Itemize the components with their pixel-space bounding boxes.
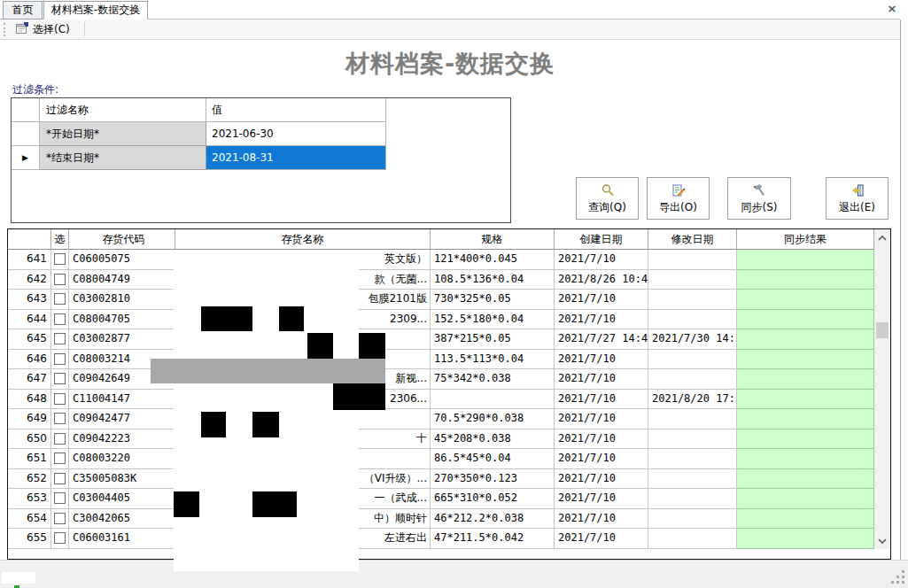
vertical-scrollbar[interactable] [874,229,890,549]
scrollbar-thumb[interactable] [876,322,889,338]
inventory-code-cell: C08004705 [69,310,175,330]
table-row: 649C0904247770.5*290*0.0382021/7/10 [8,409,874,429]
modified-date-cell [648,310,737,330]
created-date-cell: 2021/7/10 [555,250,648,270]
header-spec[interactable]: 规格 [431,229,555,250]
sync-button[interactable]: 同步(S) [727,177,791,220]
filter-header-name: 过滤名称 [40,98,206,122]
inventory-code-cell: C08003220 [69,449,175,469]
query-button-label: 查询(Q) [588,201,626,213]
table-row: 647C09042649新视...75*342*0.0382021/7/10 [8,369,874,390]
row-selector-cell[interactable]: 646 [8,350,51,370]
tab-material-data-exchange[interactable]: 材料档案-数据交换 [43,1,148,19]
row-checkbox[interactable] [54,433,66,445]
exit-button[interactable]: 退出(E) [826,177,889,220]
filter-row-start-date: *开始日期* 2021-06-30 [12,122,510,146]
header-sync-result[interactable]: 同步结果 [737,229,874,250]
query-button[interactable]: 查询(Q) [576,177,639,220]
row-checkbox[interactable] [54,373,66,384]
modified-date-cell [648,350,737,370]
row-selector-cell[interactable]: 652 [8,469,51,490]
spec-cell: 47*211.5*0.042 [431,529,555,549]
row-checkbox[interactable] [54,473,66,484]
spec-cell: 108.5*136*0.04 [431,270,555,290]
search-icon [601,183,615,200]
row-selector-cell[interactable]: 654 [8,509,51,530]
row-selector-cell[interactable]: 648 [8,390,51,410]
row-selector-cell[interactable]: 650 [8,429,51,450]
table-row: 653C03004405一（武成...665*310*0.0522021/7/1… [8,489,874,509]
row-selector-cell[interactable]: 644 [8,310,51,330]
resize-grip-icon[interactable] [891,570,906,588]
row-checkbox[interactable] [54,333,66,344]
table-body: 641C06005075英文版）121*400*0.0452021/7/1064… [8,250,874,549]
table-row: 652C35005083K（VI升级）...270*350*0.1232021/… [8,469,874,490]
row-checkbox[interactable] [54,393,66,405]
scroll-up-icon[interactable] [875,232,889,244]
row-checkbox[interactable] [54,413,66,424]
row-checkbox[interactable] [54,453,66,464]
row-selector-cell[interactable]: 642 [8,270,51,290]
redaction-box-black [201,306,252,331]
row-checkbox[interactable] [54,253,66,265]
row-checkbox[interactable] [54,513,66,524]
select-button-label: 选择(C) [33,22,70,37]
redaction-box-gray [151,359,385,383]
redaction-box-black [174,491,199,517]
header-created-date[interactable]: 创建日期 [555,229,648,250]
checkbox-cell [51,509,69,530]
modified-date-cell [648,250,737,270]
tab-home[interactable]: 首页 [3,1,43,19]
row-selector-cell[interactable]: 645 [8,329,51,350]
row-selector-cell[interactable]: 649 [8,409,51,429]
row-selector-cell[interactable]: 655 [8,529,51,549]
spec-cell: 113.5*113*0.04 [431,350,555,370]
row-checkbox[interactable] [54,532,66,544]
created-date-cell: 2021/7/10 [555,310,648,330]
filter-name-cell: *开始日期* [40,122,206,146]
close-icon[interactable]: × [885,2,899,16]
sync-result-cell [737,250,874,270]
sync-result-cell [737,350,874,370]
sync-result-cell [737,429,874,450]
start-date-value-cell[interactable]: 2021-06-30 [206,122,386,146]
row-checkbox[interactable] [54,492,66,504]
table-header-row: 选 存货代码 存货名称 规格 创建日期 修改日期 同步结果 [8,229,890,250]
row-selector-cell[interactable]: 653 [8,489,51,509]
checkbox-cell [51,329,69,350]
header-modified-date[interactable]: 修改日期 [648,229,737,250]
checkbox-cell [51,250,69,270]
row-checkbox[interactable] [54,293,66,305]
checkbox-cell [51,449,69,469]
row-checkbox[interactable] [54,274,66,285]
select-button[interactable]: 选择(C) [10,20,75,38]
inventory-code-cell: C06005075 [69,250,175,270]
row-checkbox[interactable] [54,353,66,365]
sync-result-cell [737,469,874,490]
table-row: 655C06003161左进右出47*211.5*0.0422021/7/10 [8,529,874,549]
row-selector-cell[interactable]: 643 [8,290,51,310]
modified-date-cell [648,429,737,450]
created-date-cell: 2021/7/10 [555,509,648,530]
table-row: 646C08003214113.5*113*0.042021/7/10 [8,350,874,370]
end-date-value-cell[interactable]: 2021-08-31 [206,146,386,170]
window-right-border [900,19,901,560]
row-selector-cell[interactable]: 651 [8,449,51,469]
row-checkbox[interactable] [54,313,66,325]
filter-grid-header: 过滤名称 值 [12,98,510,122]
spec-cell: 152.5*180*0.04 [431,310,555,330]
created-date-cell: 2021/7/10 [555,409,648,429]
redaction-box-black [307,333,333,359]
toolbar-separator [84,22,85,36]
status-bar [0,560,908,588]
inventory-code-cell: C09042477 [69,409,175,429]
created-date-cell: 2021/7/27 14:47 [555,329,648,350]
header-inventory-code[interactable]: 存货代码 [69,229,175,250]
scroll-down-icon[interactable] [875,535,889,547]
header-select[interactable]: 选 [51,229,69,250]
export-button[interactable]: 导出(O) [647,177,710,220]
row-selector-cell[interactable]: 647 [8,369,51,390]
checkbox-cell [51,390,69,410]
header-inventory-name[interactable]: 存货名称 [175,229,431,250]
row-selector-cell[interactable]: 641 [8,250,51,270]
